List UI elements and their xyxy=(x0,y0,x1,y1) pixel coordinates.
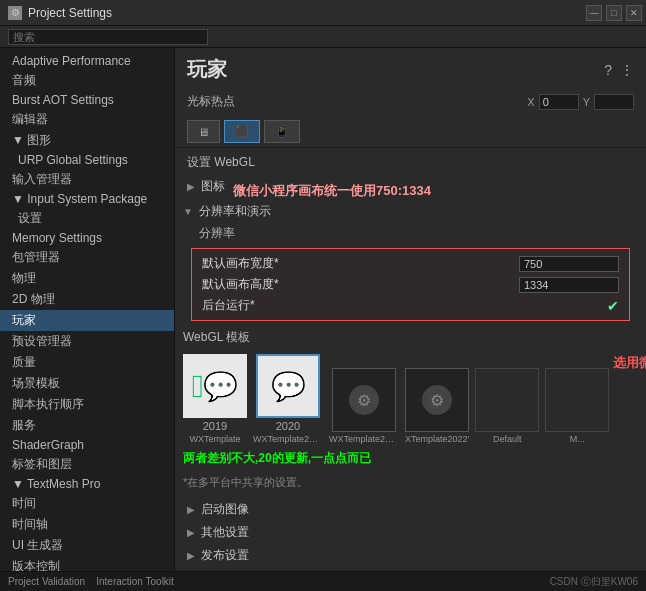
platform-pc[interactable]: 🖥 xyxy=(187,120,220,143)
status-bar: Project Validation Interaction Toolkit C… xyxy=(0,571,646,591)
resolution-label: 分辨率和演示 xyxy=(199,203,271,220)
sidebar-item[interactable]: 脚本执行顺序 xyxy=(0,394,174,415)
search-bar xyxy=(0,26,646,48)
canvas-width-input[interactable] xyxy=(519,256,619,272)
sidebar-item[interactable]: 物理 xyxy=(0,268,174,289)
sidebar-item[interactable]: ShaderGraph xyxy=(0,436,174,454)
help-icon[interactable]: ? xyxy=(604,62,612,78)
sidebar-item[interactable]: URP Global Settings xyxy=(0,151,174,169)
sidebar-item[interactable]: 包管理器 xyxy=(0,247,174,268)
sidebar-item[interactable]: UI 生成器 xyxy=(0,535,174,556)
template-thumb-x2022: ⚙ xyxy=(405,368,469,432)
platform-webgl[interactable]: ⬛ xyxy=(224,120,260,143)
publish-settings-accordion[interactable]: ▶ 发布设置 xyxy=(175,544,646,567)
status-left: Project Validation Interaction Toolkit xyxy=(8,576,550,587)
launch-image-accordion[interactable]: ▶ 启动图像 xyxy=(175,498,646,521)
sidebar-item[interactable]: 设置 xyxy=(0,208,174,229)
sidebar-item[interactable]: ▼ TextMesh Pro xyxy=(0,475,174,493)
template-thumb-2020: 💬 xyxy=(256,354,320,418)
x-label: X xyxy=(527,96,534,108)
cursor-hotspot-label: 光标热点 xyxy=(187,93,247,110)
resolution-sub-label: 分辨率 xyxy=(183,223,638,244)
sidebar-item[interactable]: Memory Settings xyxy=(0,229,174,247)
template-item-2020[interactable]: 💬 2020 WXTemplate2020 xyxy=(253,354,323,444)
canvas-width-row: 默认画布宽度* xyxy=(198,253,623,274)
more-icon[interactable]: ⋮ xyxy=(620,62,634,78)
platform-android[interactable]: 📱 xyxy=(264,120,300,143)
background-run-label: 后台运行* xyxy=(202,297,607,314)
publish-settings-label: 发布设置 xyxy=(201,547,249,564)
bottom-accordions: ▶ 启动图像 ▶ 其他设置 ▶ 发布设置 xyxy=(175,498,646,567)
title-bar-text: Project Settings xyxy=(28,6,112,20)
templates-row:  💬 2019 WXTemplate 💬 2020 WXTemplate202… xyxy=(183,350,609,448)
title-bar-icon: ⚙ xyxy=(8,6,22,20)
template-name-default: Default xyxy=(493,434,522,444)
canvas-height-input[interactable] xyxy=(519,277,619,293)
interaction-toolkit-label: Interaction Toolkit xyxy=(96,576,174,587)
maximize-button[interactable]: □ xyxy=(606,5,622,21)
template-thumb-m xyxy=(545,368,609,432)
sidebar-item[interactable]: 预设管理器 xyxy=(0,331,174,352)
content-header: 玩家 ? ⋮ xyxy=(175,48,646,87)
launch-image-label: 启动图像 xyxy=(201,501,249,518)
sidebar-item[interactable]: 质量 xyxy=(0,352,174,373)
sidebar-item[interactable]: 2D 物理 xyxy=(0,289,174,310)
y-label: Y xyxy=(583,96,590,108)
canvas-width-label: 默认画布宽度* xyxy=(202,255,519,272)
resolution-box: 默认画布宽度* 默认画布高度* 后台运行* ✔ xyxy=(191,248,630,321)
sidebar-item[interactable]: 玩家 xyxy=(0,310,174,331)
close-button[interactable]: ✕ xyxy=(626,5,642,21)
sidebar-item[interactable]: Burst AOT Settings xyxy=(0,91,174,109)
select-annotation-area: 选用微信专属的WebGL模板 ↙ xyxy=(613,354,646,400)
template-item-m[interactable]: M... xyxy=(545,368,609,444)
sidebar-item[interactable]: ▼ 图形 xyxy=(0,130,174,151)
other-settings-accordion[interactable]: ▶ 其他设置 xyxy=(175,521,646,544)
template-item-default[interactable]: Default xyxy=(475,368,539,444)
y-input[interactable] xyxy=(594,94,634,110)
diff-annotation: 两者差别不大,20的更新,一点点而已 xyxy=(183,448,638,469)
template-thumb-default xyxy=(475,368,539,432)
x-input[interactable] xyxy=(539,94,579,110)
canvas-height-label: 默认画布高度* xyxy=(202,276,519,293)
template-name-2019: WXTemplate xyxy=(189,434,240,444)
sidebar-item[interactable]: 场景模板 xyxy=(0,373,174,394)
platform-row: 🖥 ⬛ 📱 xyxy=(175,116,646,148)
webgl-label: 设置 WebGL xyxy=(175,148,646,175)
background-run-check: ✔ xyxy=(607,298,619,314)
canvas-height-row: 默认画布高度* xyxy=(198,274,623,295)
sidebar-item[interactable]: 版本控制 xyxy=(0,556,174,571)
resolution-arrow: ▼ xyxy=(183,206,193,217)
sidebar-item[interactable]: ▼ Input System Package xyxy=(0,190,174,208)
launch-image-arrow: ▶ xyxy=(187,504,195,515)
sidebar-item[interactable]: 音频 xyxy=(0,70,174,91)
search-input[interactable] xyxy=(8,29,208,45)
templates-label: WebGL 模板 xyxy=(183,325,638,350)
template-name-2020: WXTemplate2020 xyxy=(253,434,323,444)
sidebar-item[interactable]: 时间轴 xyxy=(0,514,174,535)
sidebar-item[interactable]: 时间 xyxy=(0,493,174,514)
template-item-2019[interactable]:  💬 2019 WXTemplate xyxy=(183,354,247,444)
other-settings-arrow: ▶ xyxy=(187,527,195,538)
template-item-x2022[interactable]: ⚙ XTemplate2022' xyxy=(405,368,469,444)
sidebar-item[interactable]: 输入管理器 xyxy=(0,169,174,190)
sidebar: Adaptive Performance音频Burst AOT Settings… xyxy=(0,48,175,571)
sidebar-item[interactable]: 编辑器 xyxy=(0,109,174,130)
resolution-accordion[interactable]: ▼ 分辨率和演示 xyxy=(183,200,638,223)
title-bar: ⚙ Project Settings — □ ✕ xyxy=(0,0,646,26)
template-thumb-wx2022: ⚙ xyxy=(332,368,396,432)
webgl-icon: ⬛ xyxy=(235,125,249,138)
android-icon: 📱 xyxy=(275,125,289,138)
template-year-2020: 2020 xyxy=(276,420,300,432)
sidebar-item[interactable]: 服务 xyxy=(0,415,174,436)
sidebar-item[interactable]: Adaptive Performance xyxy=(0,52,174,70)
background-run-row: 后台运行* ✔ xyxy=(198,295,623,316)
sidebar-item[interactable]: 标签和图层 xyxy=(0,454,174,475)
template-name-m: M... xyxy=(570,434,585,444)
status-right: CSDN ⓒ归里KW06 xyxy=(550,575,638,589)
icon-arrow: ▶ xyxy=(187,181,195,192)
minimize-button[interactable]: — xyxy=(586,5,602,21)
publish-settings-arrow: ▶ xyxy=(187,550,195,561)
cursor-hotspot-row: 光标热点 X Y xyxy=(175,87,646,116)
template-item-wx2022[interactable]: ⚙ WXTemplate2022 xyxy=(329,368,399,444)
template-thumb-2019:  💬 xyxy=(183,354,247,418)
